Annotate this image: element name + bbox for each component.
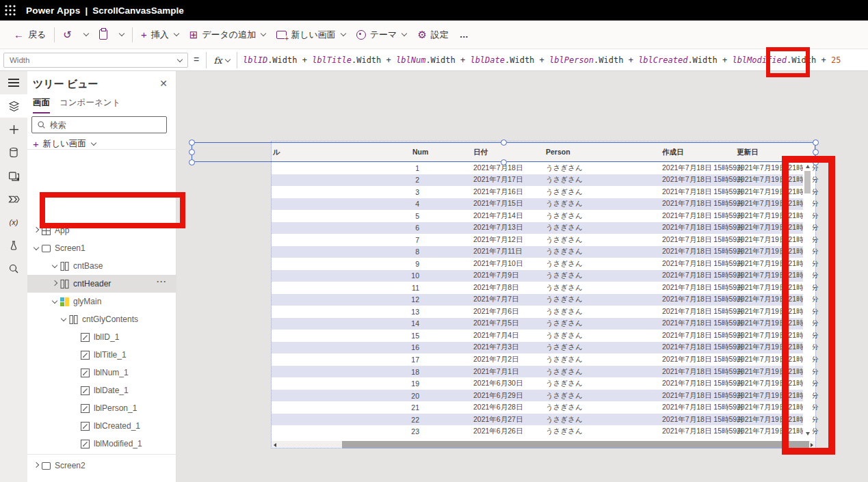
- vertical-scrollbar-thumb[interactable]: [804, 171, 811, 193]
- tree-item-Screen1[interactable]: Screen1: [27, 239, 176, 257]
- search-icon[interactable]: [0, 257, 27, 280]
- table-row: 132021年7月6日うさぎさん2021年7月18日 15時59分2021年7月…: [272, 306, 803, 318]
- insert-button[interactable]: + 挿入: [135, 25, 184, 45]
- resize-handle[interactable]: [189, 149, 195, 155]
- scroll-down-arrow-icon[interactable]: [806, 432, 810, 436]
- tree-item-App[interactable]: App: [27, 222, 176, 239]
- chevron-down-icon[interactable]: [58, 319, 67, 321]
- more-commands-button[interactable]: …: [454, 25, 475, 45]
- gallery-rows[interactable]: 12021年7月18日うさぎさん2021年7月18日 15時59分2021年7月…: [272, 162, 803, 438]
- variables-icon[interactable]: (x): [0, 211, 27, 234]
- add-data-button[interactable]: ⊞ データの追加: [184, 25, 272, 45]
- chevron-down-icon[interactable]: [31, 247, 40, 250]
- tree-item-lblID_1[interactable]: lblID_1: [27, 328, 176, 346]
- tree-search-box[interactable]: [31, 116, 167, 133]
- waffle-menu-icon[interactable]: [0, 0, 21, 21]
- cell-person: うさぎさん: [546, 379, 583, 388]
- tree-search-input[interactable]: [50, 120, 153, 130]
- tree-item-cntBase[interactable]: cntBase: [27, 257, 176, 275]
- chevron-down-icon: [91, 140, 96, 146]
- tree-view-icon[interactable]: [0, 94, 27, 118]
- divider: [27, 149, 176, 150]
- container-icon: [60, 261, 70, 271]
- table-row: 172021年7月2日うさぎさん2021年7月18日 15時59分2021年7月…: [272, 353, 803, 366]
- scroll-right-arrow-icon[interactable]: [811, 443, 813, 447]
- chevron-down-icon[interactable]: [49, 301, 58, 303]
- chevron-down-icon: [177, 56, 183, 62]
- theme-button[interactable]: テーマ: [351, 25, 412, 45]
- ellipsis-icon: …: [460, 29, 470, 40]
- chevron-down-icon: [83, 31, 89, 36]
- container-icon: [68, 314, 79, 325]
- cell-created: 2021年7月18日 15時59分: [662, 271, 744, 280]
- cell-person: うさぎさん: [546, 175, 583, 185]
- cell-created: 2021年7月18日 15時59分: [662, 223, 744, 232]
- tab-components[interactable]: コンポーネント: [60, 97, 120, 113]
- resize-handle[interactable]: [189, 159, 195, 165]
- tree-item-cntGlyContents[interactable]: cntGlyContents: [27, 310, 176, 328]
- tree-item-lblDate_1[interactable]: lblDate_1: [27, 381, 176, 399]
- table-row: 32021年7月16日うさぎさん2021年7月18日 15時59分2021年7月…: [272, 186, 803, 198]
- scroll-left-arrow-icon[interactable]: [274, 443, 276, 447]
- resize-handle[interactable]: [501, 139, 507, 146]
- gallery-vertical-scrollbar[interactable]: [803, 163, 813, 438]
- app-canvas[interactable]: ル Num 日付 Person 作成日 更新日 12021年7月18日うさぎさん…: [272, 142, 815, 448]
- cell-date: 2021年6月26日: [473, 427, 523, 436]
- advanced-tools-icon[interactable]: [0, 234, 27, 257]
- screen-icon: [41, 243, 51, 254]
- new-screen-button[interactable]: 新しい画面: [271, 25, 351, 45]
- resize-handle[interactable]: [813, 139, 819, 146]
- cell-person: うさぎさん: [546, 211, 583, 221]
- undo-button[interactable]: ↺: [57, 25, 77, 45]
- cell-created: 2021年7月18日 15時59分: [662, 163, 744, 173]
- settings-button[interactable]: ⚙ 設定: [412, 25, 453, 45]
- tree-item-lblModified_1[interactable]: lblModified_1: [27, 435, 176, 453]
- cell-created: 2021年7月18日 15時59分: [662, 307, 744, 317]
- scroll-up-arrow-icon[interactable]: [806, 165, 810, 168]
- app-top-bar: Power Apps | ScrollCanvasSample: [0, 0, 868, 21]
- cell-num: 12: [374, 295, 419, 304]
- label-icon: [80, 386, 90, 396]
- gallery-icon: [60, 297, 70, 307]
- tab-screens[interactable]: 画面: [33, 97, 50, 113]
- paste-menu-chevron[interactable]: [113, 25, 129, 45]
- fx-dropdown[interactable]: fx: [206, 52, 237, 68]
- tree-item-cntHeader[interactable]: cntHeader···: [27, 275, 176, 293]
- media-icon[interactable]: [0, 164, 27, 187]
- paste-button[interactable]: [94, 25, 113, 45]
- horizontal-scrollbar-thumb[interactable]: [342, 441, 809, 448]
- hamburger-menu-icon[interactable]: [0, 71, 27, 94]
- close-icon[interactable]: ✕: [159, 78, 168, 89]
- resize-handle[interactable]: [813, 159, 819, 165]
- cell-num: 3: [374, 188, 419, 196]
- formula-input[interactable]: lblID.Width + lblTitle.Width + lblNum.Wi…: [243, 49, 841, 71]
- chevron-right-icon[interactable]: [31, 465, 40, 467]
- cell-date: 2021年7月6日: [473, 307, 519, 317]
- property-dropdown[interactable]: Width: [3, 53, 188, 68]
- cell-created: 2021年7月18日 15時59分: [662, 211, 744, 221]
- new-screen-tree-button[interactable]: + 新しい画面: [33, 138, 96, 150]
- more-options-button[interactable]: ···: [157, 277, 167, 286]
- data-icon[interactable]: [0, 141, 27, 164]
- tree-item-Screen2[interactable]: Screen2: [27, 457, 176, 474]
- cell-person: うさぎさん: [546, 283, 583, 293]
- chevron-down-icon[interactable]: [49, 265, 58, 267]
- resize-handle[interactable]: [813, 149, 819, 155]
- tree-item-glyMain[interactable]: glyMain: [27, 293, 176, 310]
- tree-item-lblNum_1[interactable]: lblNum_1: [27, 364, 176, 381]
- cell-created: 2021年7月18日 15時59分: [662, 415, 744, 425]
- tree-item-lblTitle_1[interactable]: lblTitle_1: [27, 346, 176, 364]
- insert-icon[interactable]: [0, 118, 27, 141]
- power-automate-icon[interactable]: [0, 187, 27, 211]
- resize-handle[interactable]: [189, 139, 195, 146]
- chevron-right-icon[interactable]: [49, 283, 58, 285]
- resize-handle[interactable]: [501, 159, 507, 165]
- chevron-right-icon[interactable]: [31, 230, 40, 232]
- undo-menu-chevron[interactable]: [77, 25, 94, 45]
- tree-item-lblCreated_1[interactable]: lblCreated_1: [27, 417, 176, 435]
- chevron-down-icon: [119, 31, 124, 36]
- canvas-horizontal-scrollbar[interactable]: [272, 441, 815, 448]
- tree-item-lblPerson_1[interactable]: lblPerson_1: [27, 399, 176, 417]
- gallery-header-row[interactable]: ル Num 日付 Person 作成日 更新日: [272, 142, 815, 162]
- back-button[interactable]: ← 戻る: [8, 25, 51, 45]
